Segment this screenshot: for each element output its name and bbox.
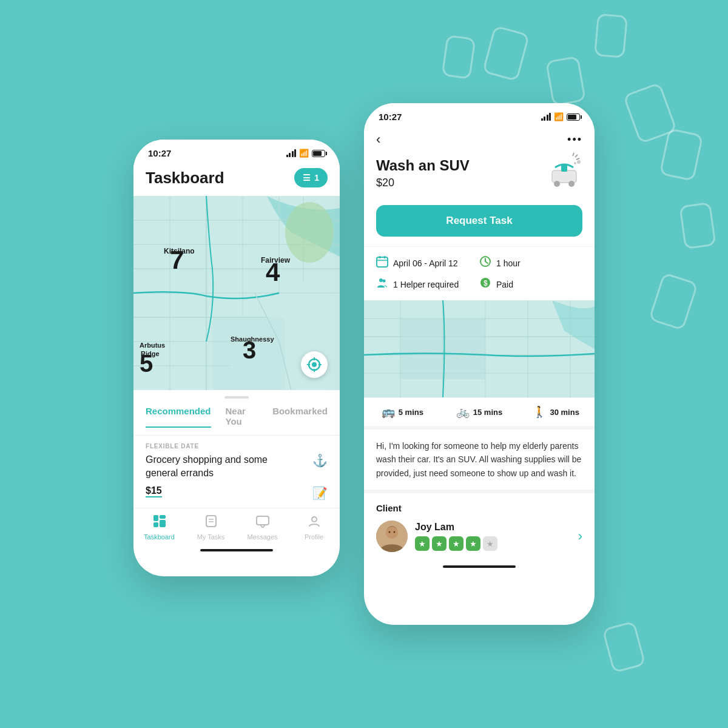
transport-bus: 🚌 5 mins [364, 398, 441, 426]
svg-point-25 [312, 362, 317, 367]
svg-line-44 [576, 158, 579, 160]
task-card: Flexible Date Grocery shopping and some … [133, 435, 340, 508]
bg-card-5 [659, 128, 704, 181]
svg-rect-34 [206, 516, 216, 527]
client-name: Joy Lam [415, 522, 571, 533]
nav-messages[interactable]: Messages [237, 514, 288, 541]
calendar-icon [376, 255, 388, 271]
task-description: Hi, I'm looking for someone to help my e… [364, 426, 595, 490]
wifi-icon-1: 📶 [299, 149, 309, 158]
dollar-icon: $ [479, 277, 491, 292]
walk-icon: 🚶 [533, 405, 546, 419]
mini-map [364, 300, 595, 397]
task-hero-info: Wash an SUV $20 [376, 157, 470, 189]
svg-rect-39 [552, 170, 576, 183]
transport-bike: 🚲 15 mins [441, 398, 518, 426]
status-time-1: 10:27 [148, 148, 171, 158]
task-hero: Wash an SUV $20 [364, 155, 595, 205]
svg-point-55 [379, 278, 383, 282]
signal-icon-2 [541, 113, 551, 121]
svg-line-54 [485, 261, 488, 263]
svg-text:$: $ [484, 279, 488, 288]
svg-text:4: 4 [266, 258, 280, 286]
star-1: ★ [415, 536, 430, 551]
svg-rect-33 [160, 520, 166, 527]
bg-card-6 [679, 202, 716, 250]
task-hero-title: Wash an SUV [376, 157, 470, 174]
svg-point-73 [389, 531, 391, 533]
task-card-content: Grocery shopping and some general errand… [146, 453, 328, 500]
meta-dates-text: April 06 - April 12 [393, 258, 458, 268]
bookmark-icon[interactable]: ⚓ [312, 453, 328, 468]
svg-rect-37 [257, 516, 269, 525]
svg-point-72 [386, 527, 398, 539]
task-info: Grocery shopping and some general errand… [146, 453, 291, 497]
filter-button[interactable]: ☰ 1 [294, 168, 328, 187]
walk-time: 30 mins [550, 408, 579, 417]
status-time-2: 10:27 [379, 112, 402, 122]
bg-card-2 [545, 56, 586, 106]
tab-bookmarked[interactable]: Bookmarked [272, 406, 328, 428]
map-area: Kitsilano 7 Fairview 4 Arbutus Ridge 5 S… [133, 196, 340, 390]
bottom-nav: Taskboard My Tasks [133, 508, 340, 545]
client-chevron-icon[interactable]: › [578, 528, 582, 544]
status-icons-2: 📶 [541, 112, 581, 121]
star-3: ★ [449, 536, 463, 551]
client-avatar [376, 521, 408, 552]
meta-paid-text: Paid [496, 280, 513, 289]
bg-card-7 [649, 272, 698, 331]
nav-taskboard[interactable]: Taskboard [133, 514, 185, 541]
profile-nav-label: Profile [305, 533, 323, 541]
mini-map-svg [364, 300, 595, 397]
clock-icon [479, 255, 491, 271]
tab-near-you[interactable]: Near You [226, 406, 258, 428]
svg-rect-31 [153, 522, 158, 527]
app-header: Taskboard ☰ 1 [133, 163, 340, 196]
filter-icon: ☰ [303, 173, 311, 183]
battery-icon-1 [312, 150, 325, 157]
svg-point-74 [394, 531, 396, 533]
task-actions: ⚓ 📝 [312, 453, 328, 500]
tab-recommended[interactable]: Recommended [146, 406, 211, 428]
my-tasks-nav-label: My Tasks [197, 533, 225, 541]
more-button[interactable]: ••• [567, 133, 582, 146]
svg-line-43 [575, 155, 578, 157]
meta-dates: April 06 - April 12 [376, 255, 479, 271]
bg-card-8 [602, 621, 646, 673]
task-hero-price: $20 [376, 177, 470, 189]
back-button[interactable]: ‹ [376, 132, 380, 147]
nav-profile[interactable]: Profile [288, 514, 340, 541]
phone-taskboard: 10:27 📶 Taskboard ☰ 1 [133, 140, 340, 576]
client-row: Joy Lam ★ ★ ★ ★ ★ › [376, 521, 582, 552]
messages-nav-label: Messages [247, 533, 277, 541]
star-5: ★ [483, 536, 497, 551]
status-bar-1: 10:27 📶 [133, 140, 340, 163]
signal-icon-1 [286, 149, 297, 157]
wifi-icon-2: 📶 [554, 112, 564, 121]
svg-text:7: 7 [170, 246, 184, 274]
svg-rect-48 [377, 257, 388, 267]
svg-text:5: 5 [140, 350, 153, 377]
meta-paid: $ Paid [479, 277, 582, 292]
star-2: ★ [432, 536, 447, 551]
person-icon [376, 277, 388, 292]
bike-time: 15 mins [473, 408, 502, 417]
phones-container: 10:27 📶 Taskboard ☰ 1 [133, 103, 595, 625]
svg-point-40 [554, 181, 560, 187]
svg-line-45 [573, 153, 574, 156]
bus-icon: 🚌 [382, 405, 395, 419]
request-task-button[interactable]: Request Task [376, 205, 582, 237]
transport-walk: 🚶 30 mins [517, 398, 595, 426]
location-button[interactable] [301, 351, 328, 378]
meta-duration-text: 1 hour [496, 258, 521, 268]
drag-handle [224, 396, 249, 399]
home-indicator-2 [443, 565, 516, 568]
task-hero-icon [546, 152, 582, 195]
profile-nav-icon [308, 514, 321, 531]
svg-point-46 [577, 160, 581, 164]
task-flexible-label: Flexible Date [146, 443, 328, 450]
nav-my-tasks[interactable]: My Tasks [185, 514, 237, 541]
meta-duration: 1 hour [479, 255, 582, 271]
bg-card-3 [594, 13, 628, 58]
messages-nav-icon [256, 514, 269, 531]
